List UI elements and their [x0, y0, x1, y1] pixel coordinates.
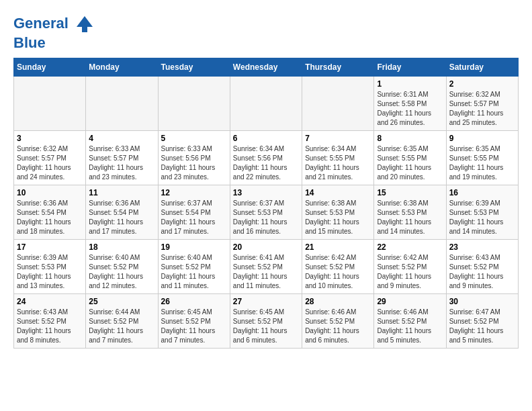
- day-detail: Sunrise: 6:39 AM Sunset: 5:53 PM Dayligh…: [17, 253, 83, 291]
- day-detail: Sunrise: 6:35 AM Sunset: 5:55 PM Dayligh…: [449, 144, 515, 182]
- calendar-week: 10Sunrise: 6:36 AM Sunset: 5:54 PM Dayli…: [14, 185, 519, 240]
- day-detail: Sunrise: 6:47 AM Sunset: 5:52 PM Dayligh…: [449, 308, 515, 345]
- day-number: 28: [305, 297, 371, 306]
- day-detail: Sunrise: 6:32 AM Sunset: 5:57 PM Dayligh…: [449, 90, 515, 128]
- day-number: 19: [161, 242, 227, 252]
- day-number: 12: [161, 188, 227, 197]
- calendar-week: 3Sunrise: 6:32 AM Sunset: 5:57 PM Daylig…: [14, 131, 519, 185]
- day-number: 20: [233, 242, 299, 252]
- calendar-cell: 12Sunrise: 6:37 AM Sunset: 5:54 PM Dayli…: [158, 185, 230, 240]
- day-detail: Sunrise: 6:33 AM Sunset: 5:56 PM Dayligh…: [161, 144, 227, 182]
- calendar-cell: 23Sunrise: 6:43 AM Sunset: 5:52 PM Dayli…: [446, 240, 518, 294]
- logo: General Blue: [13, 13, 95, 51]
- calendar-cell: 26Sunrise: 6:45 AM Sunset: 5:52 PM Dayli…: [158, 294, 230, 349]
- day-detail: Sunrise: 6:36 AM Sunset: 5:54 PM Dayligh…: [89, 199, 154, 236]
- day-number: 26: [161, 297, 227, 306]
- day-number: 18: [89, 242, 154, 252]
- calendar-cell: 7Sunrise: 6:34 AM Sunset: 5:55 PM Daylig…: [302, 131, 374, 185]
- day-number: 4: [89, 134, 154, 143]
- day-number: 16: [449, 188, 515, 197]
- day-number: 3: [17, 134, 83, 143]
- day-detail: Sunrise: 6:34 AM Sunset: 5:55 PM Dayligh…: [305, 144, 371, 182]
- calendar-cell: 27Sunrise: 6:45 AM Sunset: 5:52 PM Dayli…: [230, 294, 302, 349]
- day-number: 17: [17, 242, 83, 252]
- calendar-cell: [14, 77, 86, 131]
- calendar-cell: 29Sunrise: 6:46 AM Sunset: 5:52 PM Dayli…: [374, 294, 446, 349]
- calendar-cell: 15Sunrise: 6:38 AM Sunset: 5:53 PM Dayli…: [374, 185, 446, 240]
- day-number: 11: [89, 188, 154, 197]
- day-detail: Sunrise: 6:38 AM Sunset: 5:53 PM Dayligh…: [377, 199, 443, 236]
- calendar-cell: 18Sunrise: 6:40 AM Sunset: 5:52 PM Dayli…: [86, 240, 158, 294]
- calendar-week: 17Sunrise: 6:39 AM Sunset: 5:53 PM Dayli…: [14, 240, 519, 294]
- calendar-cell: 20Sunrise: 6:41 AM Sunset: 5:52 PM Dayli…: [230, 240, 302, 294]
- day-number: 2: [449, 79, 515, 89]
- weekday-header: Saturday: [446, 58, 518, 77]
- calendar-cell: 2Sunrise: 6:32 AM Sunset: 5:57 PM Daylig…: [446, 77, 518, 131]
- day-detail: Sunrise: 6:35 AM Sunset: 5:55 PM Dayligh…: [377, 144, 443, 182]
- page-header: General Blue: [13, 13, 519, 51]
- calendar-cell: 13Sunrise: 6:37 AM Sunset: 5:53 PM Dayli…: [230, 185, 302, 240]
- day-number: 7: [305, 134, 371, 143]
- calendar-cell: 21Sunrise: 6:42 AM Sunset: 5:52 PM Dayli…: [302, 240, 374, 294]
- day-number: 27: [233, 297, 299, 306]
- calendar-body: 1Sunrise: 6:31 AM Sunset: 5:58 PM Daylig…: [14, 77, 519, 349]
- weekday-header: Monday: [86, 58, 158, 77]
- day-number: 29: [377, 297, 443, 306]
- day-number: 22: [377, 242, 443, 252]
- calendar-cell: 8Sunrise: 6:35 AM Sunset: 5:55 PM Daylig…: [374, 131, 446, 185]
- day-number: 24: [17, 297, 83, 306]
- weekday-header: Tuesday: [158, 58, 230, 77]
- day-detail: Sunrise: 6:34 AM Sunset: 5:56 PM Dayligh…: [233, 144, 299, 182]
- day-detail: Sunrise: 6:37 AM Sunset: 5:53 PM Dayligh…: [233, 199, 299, 236]
- day-detail: Sunrise: 6:32 AM Sunset: 5:57 PM Dayligh…: [17, 144, 83, 182]
- calendar-cell: [86, 77, 158, 131]
- svg-marker-0: [77, 16, 93, 32]
- calendar-cell: 9Sunrise: 6:35 AM Sunset: 5:55 PM Daylig…: [446, 131, 518, 185]
- calendar-cell: 6Sunrise: 6:34 AM Sunset: 5:56 PM Daylig…: [230, 131, 302, 185]
- calendar-cell: 17Sunrise: 6:39 AM Sunset: 5:53 PM Dayli…: [14, 240, 86, 294]
- day-number: 1: [377, 79, 443, 89]
- day-detail: Sunrise: 6:41 AM Sunset: 5:52 PM Dayligh…: [233, 253, 299, 291]
- calendar-cell: 25Sunrise: 6:44 AM Sunset: 5:52 PM Dayli…: [86, 294, 158, 349]
- day-number: 23: [449, 242, 515, 252]
- day-number: 30: [449, 297, 515, 306]
- weekday-header: Thursday: [302, 58, 374, 77]
- day-detail: Sunrise: 6:38 AM Sunset: 5:53 PM Dayligh…: [305, 199, 371, 236]
- calendar-cell: 19Sunrise: 6:40 AM Sunset: 5:52 PM Dayli…: [158, 240, 230, 294]
- day-detail: Sunrise: 6:43 AM Sunset: 5:52 PM Dayligh…: [449, 253, 515, 291]
- calendar-cell: 22Sunrise: 6:42 AM Sunset: 5:52 PM Dayli…: [374, 240, 446, 294]
- calendar-cell: 3Sunrise: 6:32 AM Sunset: 5:57 PM Daylig…: [14, 131, 86, 185]
- day-detail: Sunrise: 6:31 AM Sunset: 5:58 PM Dayligh…: [377, 90, 443, 128]
- day-detail: Sunrise: 6:39 AM Sunset: 5:53 PM Dayligh…: [449, 199, 515, 236]
- weekday-header: Wednesday: [230, 58, 302, 77]
- day-number: 25: [89, 297, 154, 306]
- day-number: 10: [17, 188, 83, 197]
- day-detail: Sunrise: 6:45 AM Sunset: 5:52 PM Dayligh…: [161, 308, 227, 345]
- day-number: 9: [449, 134, 515, 143]
- day-detail: Sunrise: 6:46 AM Sunset: 5:52 PM Dayligh…: [377, 308, 443, 345]
- day-detail: Sunrise: 6:40 AM Sunset: 5:52 PM Dayligh…: [89, 253, 154, 291]
- calendar-table: SundayMondayTuesdayWednesdayThursdayFrid…: [13, 58, 519, 349]
- calendar-cell: [158, 77, 230, 131]
- weekday-header: Friday: [374, 58, 446, 77]
- day-detail: Sunrise: 6:40 AM Sunset: 5:52 PM Dayligh…: [161, 253, 227, 291]
- calendar-cell: 11Sunrise: 6:36 AM Sunset: 5:54 PM Dayli…: [86, 185, 158, 240]
- weekday-row: SundayMondayTuesdayWednesdayThursdayFrid…: [14, 58, 519, 77]
- day-number: 15: [377, 188, 443, 197]
- day-detail: Sunrise: 6:42 AM Sunset: 5:52 PM Dayligh…: [377, 253, 443, 291]
- day-number: 13: [233, 188, 299, 197]
- calendar-header: SundayMondayTuesdayWednesdayThursdayFrid…: [14, 58, 519, 77]
- day-number: 14: [305, 188, 371, 197]
- day-detail: Sunrise: 6:36 AM Sunset: 5:54 PM Dayligh…: [17, 199, 83, 236]
- calendar-cell: 16Sunrise: 6:39 AM Sunset: 5:53 PM Dayli…: [446, 185, 518, 240]
- day-detail: Sunrise: 6:37 AM Sunset: 5:54 PM Dayligh…: [161, 199, 227, 236]
- day-detail: Sunrise: 6:43 AM Sunset: 5:52 PM Dayligh…: [17, 308, 83, 345]
- day-detail: Sunrise: 6:42 AM Sunset: 5:52 PM Dayligh…: [305, 253, 371, 291]
- day-number: 5: [161, 134, 227, 143]
- calendar-cell: 24Sunrise: 6:43 AM Sunset: 5:52 PM Dayli…: [14, 294, 86, 349]
- calendar-cell: [302, 77, 374, 131]
- day-detail: Sunrise: 6:44 AM Sunset: 5:52 PM Dayligh…: [89, 308, 154, 345]
- day-detail: Sunrise: 6:33 AM Sunset: 5:57 PM Dayligh…: [89, 144, 154, 182]
- day-detail: Sunrise: 6:46 AM Sunset: 5:52 PM Dayligh…: [305, 308, 371, 345]
- weekday-header: Sunday: [14, 58, 86, 77]
